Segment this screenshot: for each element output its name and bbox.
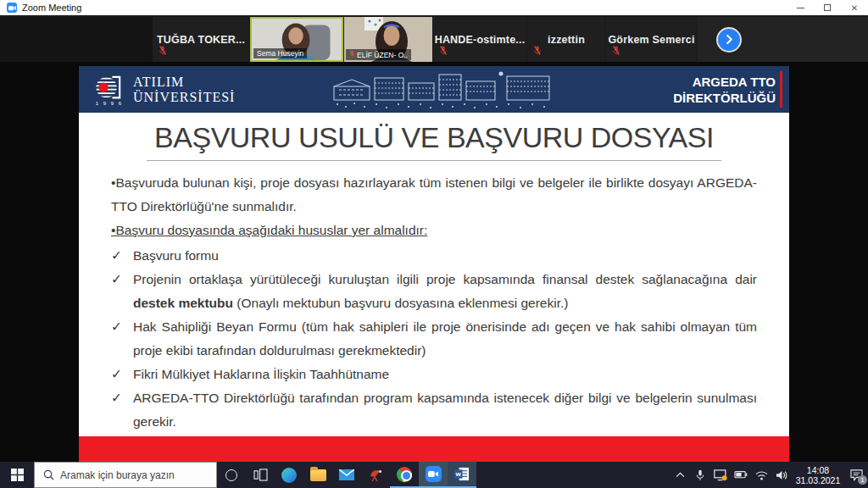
window-titlebar: Zoom Meeting ✕ [0, 0, 868, 15]
participant-name-label: ELİF ÜZEN- O.. [346, 49, 411, 60]
file-explorer-icon [310, 469, 326, 481]
word-icon: w [454, 467, 470, 481]
slide-header: 1 9 9 6 ATILIM ÜNİVERSİTESİ [79, 66, 789, 113]
checkmark-icon: ✓ [111, 386, 133, 434]
action-center-button[interactable]: 1 [844, 462, 868, 488]
participants-strip: TUĞBA TOKER... Sema Huseyin [0, 15, 868, 62]
university-logo-icon: 1 9 9 6 [92, 73, 126, 106]
slide-paragraph-underlined: •Başvuru dosyasında aşağıdaki hususlar y… [111, 219, 757, 242]
checkmark-icon: ✓ [111, 244, 133, 268]
minimize-button[interactable] [787, 0, 814, 15]
participant-tile[interactable]: izzettin [527, 17, 605, 62]
notification-badge: 1 [858, 475, 867, 485]
slide-paragraph: •Başvuruda bulunan kişi, proje dosyası h… [111, 171, 757, 219]
slide-body: BAŞVURU USULÜ VE BAŞVURU DOSYASI •Başvur… [79, 113, 789, 436]
battery-status[interactable] [731, 462, 751, 488]
participant-tile-video[interactable]: ELİF ÜZEN- O.. [344, 17, 432, 62]
clock-time: 14:08 [793, 465, 843, 475]
muted-mic-icon [349, 50, 355, 59]
start-button[interactable] [0, 462, 34, 488]
department-name: ARGEDA TTO DİREKTÖRLÜĞÜ [673, 74, 789, 106]
participant-tile-video[interactable]: Sema Huseyin [250, 17, 343, 62]
task-view-icon [253, 469, 268, 481]
check-item: ✓ Başvuru formu [111, 244, 757, 268]
next-participants-button[interactable] [718, 29, 740, 51]
check-item: ✓ Hak Sahipliği Beyan Formu (tüm hak sah… [111, 315, 757, 363]
microphone-icon [696, 469, 704, 481]
edge-button[interactable] [275, 462, 303, 488]
strip-end [698, 17, 868, 62]
campus-illustration [235, 66, 673, 113]
edge-icon [281, 468, 297, 483]
svg-text:w: w [455, 470, 462, 478]
minimize-icon [797, 8, 804, 8]
muted-mic-icon [533, 44, 542, 59]
participant-name: ELİF ÜZEN- O.. [357, 51, 408, 59]
participant-name: TUĞBA TOKER... [157, 34, 245, 46]
participant-name: HANDE-ostimte... [435, 34, 526, 46]
mail-button[interactable] [332, 462, 361, 488]
wifi-icon [755, 470, 768, 480]
search-placeholder: Aramak için buraya yazın [60, 469, 175, 481]
chrome-button[interactable] [390, 462, 419, 488]
university-logo-block: 1 9 9 6 ATILIM ÜNİVERSİTESİ [79, 73, 235, 106]
shared-screen-stage: 1 9 9 6 ATILIM ÜNİVERSİTESİ [0, 62, 868, 462]
clock-date: 31.03.2021 [793, 475, 843, 485]
muted-mic-icon [159, 44, 167, 59]
satellite-dish-icon [369, 469, 383, 482]
system-tray: 14:08 31.03.2021 1 [670, 462, 868, 488]
monitor-icon [714, 469, 727, 481]
screen-share-indicator[interactable] [710, 462, 731, 488]
muted-mic-icon [439, 44, 448, 59]
check-item: ✓ Fikri Mülkiyet Haklarına İlişkin Taahh… [111, 363, 757, 386]
muted-mic-icon [612, 44, 620, 59]
maximize-button[interactable] [814, 0, 841, 15]
speaker-icon [776, 470, 787, 480]
volume-status[interactable] [771, 462, 792, 488]
chrome-icon [397, 467, 412, 482]
participant-name: Görkem Semerci [608, 34, 694, 46]
checkmark-icon: ✓ [111, 268, 133, 315]
zoom-taskbar-button[interactable] [419, 462, 448, 488]
check-item: ✓ Projenin ortaklaşa yürütüleceği kurulu… [111, 268, 757, 315]
chevron-up-icon [676, 472, 685, 478]
window-title: Zoom Meeting [22, 3, 81, 13]
participant-name: Sema Huseyin [257, 49, 303, 58]
title-divider [147, 160, 721, 161]
windows-logo-icon [11, 469, 24, 481]
logo-year: 1 9 9 6 [96, 101, 123, 106]
participant-tile[interactable]: TUĞBA TOKER... [153, 17, 249, 62]
participant-tile[interactable]: HANDE-ostimte... [433, 17, 526, 62]
checkmark-icon: ✓ [111, 363, 133, 386]
task-view-button[interactable] [246, 462, 275, 488]
slide-title: BAŞVURU USULÜ VE BAŞVURU DOSYASI [111, 121, 757, 154]
cortana-icon [225, 469, 237, 481]
file-explorer-button[interactable] [303, 462, 332, 488]
wifi-status[interactable] [751, 462, 771, 488]
participant-name: izzettin [548, 34, 585, 46]
university-name: ATILIM ÜNİVERSİTESİ [133, 75, 235, 105]
cortana-button[interactable] [217, 462, 246, 488]
maximize-icon [824, 4, 831, 11]
participant-tile[interactable]: Görkem Semerci [606, 17, 697, 62]
taskbar-clock[interactable]: 14:08 31.03.2021 [792, 465, 844, 485]
hidden-icons-button[interactable] [670, 462, 690, 488]
search-icon [43, 469, 54, 480]
chevron-right-icon [726, 35, 733, 44]
zoom-app-icon [7, 3, 17, 13]
header-red-bar [780, 71, 782, 108]
taskbar-search-input[interactable]: Aramak için buraya yazın [34, 462, 217, 488]
zoom-icon [426, 466, 442, 482]
strip-spacer [0, 17, 153, 62]
checkmark-icon: ✓ [111, 315, 133, 363]
check-list: ✓ Başvuru formu ✓ Projenin ortaklaşa yür… [111, 244, 757, 434]
mail-icon [339, 469, 354, 480]
participant-name-label: Sema Huseyin [253, 48, 307, 58]
remote-app-button[interactable] [361, 462, 390, 488]
slide-red-footer [79, 436, 789, 462]
close-button[interactable]: ✕ [841, 0, 868, 15]
tray-microphone-button[interactable] [690, 462, 710, 488]
windows-taskbar: Aramak için buraya yazın [0, 462, 868, 488]
check-item: ✓ ARGEDA-TTO Direktörlüğü tarafından pro… [111, 386, 757, 434]
word-taskbar-button[interactable]: w [448, 462, 476, 488]
